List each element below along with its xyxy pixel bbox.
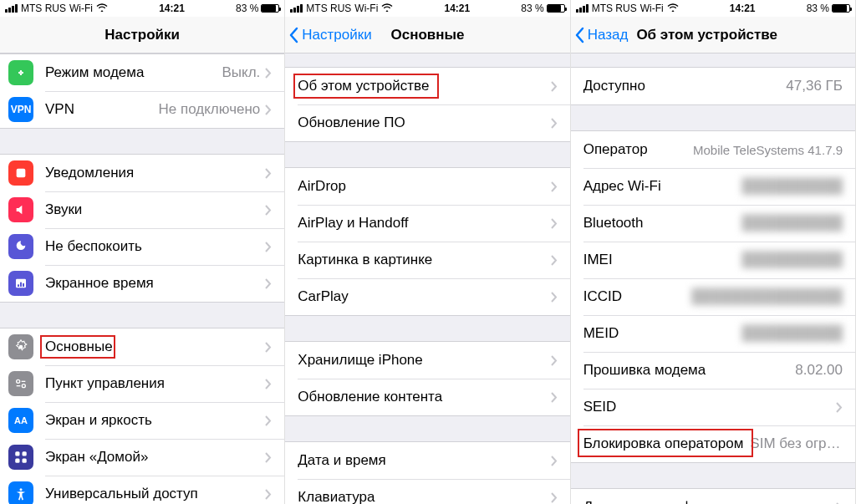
notifications-icon: [8, 160, 33, 186]
general-list[interactable]: Об этом устройстве Обновление ПО AirDrop…: [285, 53, 569, 504]
hotspot-detail: Выкл.: [222, 64, 260, 81]
row-notifications[interactable]: Уведомления: [0, 155, 284, 191]
chevron-icon: [265, 205, 272, 216]
chevron-icon: [265, 68, 272, 79]
page-title: Об этом устройстве: [636, 27, 777, 43]
nav-bar: Настройки: [0, 17, 284, 53]
row-general[interactable]: Основные: [0, 328, 284, 365]
keyboard-label: Клавиатура: [298, 489, 550, 504]
row-about[interactable]: Об этом устройстве: [285, 68, 569, 104]
chevron-icon: [551, 218, 558, 229]
home-icon: [8, 445, 33, 470]
row-pip[interactable]: Картинка в картинке: [285, 242, 569, 278]
modem-label: Прошивка модема: [583, 362, 796, 379]
back-button[interactable]: Назад: [571, 27, 629, 43]
row-software-update[interactable]: Обновление ПО: [285, 104, 569, 141]
chevron-icon: [265, 415, 272, 426]
row-vpn[interactable]: VPN VPN Не подключено: [0, 91, 284, 128]
chevron-icon: [551, 355, 558, 366]
carrier-text: MTS RUS: [306, 3, 351, 14]
nav-bar: Назад Об этом устройстве: [571, 17, 855, 53]
airplay-label: AirPlay и Handoff: [298, 215, 550, 232]
status-time: 14:21: [159, 3, 185, 14]
chevron-icon: [265, 379, 272, 389]
status-bar: MTS RUS Wi-Fi 14:21 83 %: [0, 0, 284, 17]
back-label: Назад: [588, 27, 629, 43]
svg-rect-4: [23, 283, 24, 287]
meid-detail: ██████████: [742, 325, 843, 342]
vpn-detail: Не подключено: [159, 101, 261, 118]
svg-rect-2: [18, 284, 19, 287]
chevron-icon: [265, 242, 272, 252]
hotspot-icon: [8, 60, 33, 85]
screentime-icon: [8, 271, 33, 296]
row-carplay[interactable]: CarPlay: [285, 278, 569, 315]
row-keyboard[interactable]: Клавиатура: [285, 479, 569, 504]
wifi-addr-label: Адрес Wi-Fi: [583, 178, 742, 195]
wifi-label: Wi-Fi: [69, 3, 93, 14]
svg-point-6: [17, 379, 20, 383]
svg-rect-3: [20, 283, 22, 287]
wifi-icon: [667, 3, 679, 14]
wifi-addr-detail: ██████████: [742, 178, 843, 195]
row-airplay-handoff[interactable]: AirPlay и Handoff: [285, 205, 569, 242]
modem-detail: 8.02.00: [795, 362, 843, 379]
carrier-text: MTS RUS: [592, 3, 637, 14]
row-date-time[interactable]: Дата и время: [285, 442, 569, 479]
battery-pct: 83 %: [521, 3, 543, 14]
status-time: 14:21: [444, 3, 470, 14]
control-label: Пункт управления: [45, 375, 265, 392]
control-icon: [8, 371, 33, 396]
vpn-label: VPN: [45, 101, 159, 118]
row-airdrop[interactable]: AirDrop: [285, 168, 569, 205]
row-screentime[interactable]: Экранное время: [0, 265, 284, 302]
row-bluetooth: Bluetooth ██████████: [571, 205, 855, 242]
chevron-icon: [551, 181, 558, 192]
row-hotspot[interactable]: Режим модема Выкл.: [0, 54, 284, 91]
row-dnd[interactable]: Не беспокоить: [0, 228, 284, 265]
chevron-icon: [551, 492, 558, 503]
row-accessibility[interactable]: Универсальный доступ: [0, 476, 284, 504]
chevron-icon: [551, 292, 558, 303]
row-display[interactable]: AA Экран и яркость: [0, 402, 284, 439]
pip-label: Картинка в картинке: [298, 252, 550, 268]
row-seid[interactable]: SEID: [571, 389, 855, 425]
back-button[interactable]: Настройки: [285, 27, 371, 43]
sounds-icon: [8, 197, 33, 222]
available-label: Доступно: [583, 78, 787, 94]
row-certificate-trust[interactable]: Доверие сертификатам: [571, 489, 855, 504]
row-home-screen[interactable]: Экран «Домой»: [0, 439, 284, 476]
battery-icon: [832, 4, 850, 13]
about-list[interactable]: Доступно 47,36 ГБ Оператор Mobile TeleSy…: [571, 53, 855, 504]
wifi-icon: [381, 3, 393, 14]
row-control-center[interactable]: Пункт управления: [0, 365, 284, 402]
storage-label: Хранилище iPhone: [298, 352, 550, 369]
wifi-label: Wi-Fi: [354, 3, 378, 14]
svg-rect-10: [15, 451, 19, 456]
screen-general: MTS RUS Wi-Fi 14:21 83 % Настройки Основ…: [285, 0, 570, 504]
row-storage[interactable]: Хранилище iPhone: [285, 342, 569, 379]
chevron-icon: [265, 168, 272, 179]
settings-list[interactable]: Режим модема Выкл. VPN VPN Не подключено…: [0, 53, 284, 504]
wifi-icon: [96, 3, 108, 14]
row-iccid: ICCID ███████████████: [571, 278, 855, 315]
svg-point-8: [22, 384, 25, 388]
chevron-icon: [265, 489, 272, 500]
dnd-icon: [8, 234, 33, 259]
imei-label: IMEI: [583, 252, 742, 268]
row-modem-firmware: Прошивка модема 8.02.00: [571, 352, 855, 389]
iccid-detail: ███████████████: [691, 288, 843, 305]
signal-icon: [576, 4, 588, 13]
about-label: Об этом устройстве: [298, 78, 550, 94]
row-background-refresh[interactable]: Обновление контента: [285, 379, 569, 415]
svg-rect-13: [23, 459, 27, 463]
chevron-icon: [551, 392, 558, 403]
chevron-icon: [265, 278, 272, 289]
chevron-icon: [551, 456, 558, 466]
screen-about: MTS RUS Wi-Fi 14:21 83 % Назад Об этом у…: [571, 0, 856, 504]
row-meid: MEID ██████████: [571, 315, 855, 352]
row-sounds[interactable]: Звуки: [0, 191, 284, 228]
seid-label: SEID: [583, 399, 836, 415]
hotspot-label: Режим модема: [45, 64, 222, 81]
carrier-op-label: Оператор: [583, 141, 693, 158]
